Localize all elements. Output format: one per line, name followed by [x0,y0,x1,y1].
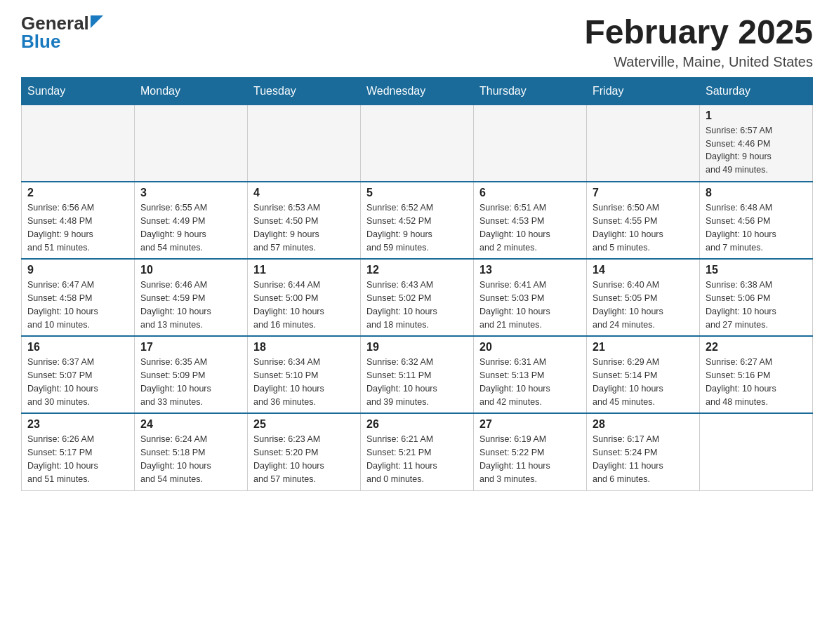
day-number: 18 [253,341,355,354]
calendar-cell: 28Sunrise: 6:17 AMSunset: 5:24 PMDayligh… [587,413,700,490]
calendar-week-row: 9Sunrise: 6:47 AMSunset: 4:58 PMDaylight… [22,259,813,336]
calendar-cell: 27Sunrise: 6:19 AMSunset: 5:22 PMDayligh… [474,413,587,490]
calendar-cell: 19Sunrise: 6:32 AMSunset: 5:11 PMDayligh… [361,336,474,413]
logo-blue-text: Blue [21,32,60,51]
calendar-cell: 6Sunrise: 6:51 AMSunset: 4:53 PMDaylight… [474,182,587,259]
calendar-cell [135,105,248,182]
day-info: Sunrise: 6:40 AMSunset: 5:05 PMDaylight:… [593,279,694,331]
day-number: 12 [366,264,468,276]
day-number: 28 [593,418,694,431]
calendar-header-friday: Friday [587,77,700,105]
day-number: 11 [253,264,355,276]
day-number: 13 [479,264,581,276]
day-info: Sunrise: 6:27 AMSunset: 5:16 PMDaylight:… [706,356,807,408]
logo: General Blue [21,14,103,51]
calendar-cell: 22Sunrise: 6:27 AMSunset: 5:16 PMDayligh… [700,336,813,413]
calendar-cell: 23Sunrise: 6:26 AMSunset: 5:17 PMDayligh… [22,413,135,490]
day-info: Sunrise: 6:38 AMSunset: 5:06 PMDaylight:… [706,279,807,331]
day-number: 6 [479,187,581,199]
calendar-cell [22,105,135,182]
calendar-cell: 25Sunrise: 6:23 AMSunset: 5:20 PMDayligh… [248,413,361,490]
day-info: Sunrise: 6:50 AMSunset: 4:55 PMDaylight:… [593,201,694,254]
calendar-header-row: SundayMondayTuesdayWednesdayThursdayFrid… [22,77,813,105]
day-number: 15 [706,264,807,276]
day-number: 14 [593,264,694,276]
calendar-cell: 16Sunrise: 6:37 AMSunset: 5:07 PMDayligh… [22,336,135,413]
day-info: Sunrise: 6:26 AMSunset: 5:17 PMDaylight:… [27,433,128,485]
logo-triangle-icon [91,15,103,28]
day-info: Sunrise: 6:24 AMSunset: 5:18 PMDaylight:… [140,433,241,485]
day-number: 26 [366,418,468,431]
day-info: Sunrise: 6:35 AMSunset: 5:09 PMDaylight:… [140,356,241,408]
calendar-cell: 10Sunrise: 6:46 AMSunset: 4:59 PMDayligh… [135,259,248,336]
calendar-header-tuesday: Tuesday [248,77,361,105]
day-number: 23 [27,418,128,431]
location-text: Waterville, Maine, United States [584,54,813,70]
calendar-cell: 1Sunrise: 6:57 AMSunset: 4:46 PMDaylight… [700,105,813,182]
calendar-cell: 4Sunrise: 6:53 AMSunset: 4:50 PMDaylight… [248,182,361,259]
day-info: Sunrise: 6:46 AMSunset: 4:59 PMDaylight:… [140,279,241,331]
calendar-cell: 9Sunrise: 6:47 AMSunset: 4:58 PMDaylight… [22,259,135,336]
calendar-cell: 14Sunrise: 6:40 AMSunset: 5:05 PMDayligh… [587,259,700,336]
calendar-cell: 8Sunrise: 6:48 AMSunset: 4:56 PMDaylight… [700,182,813,259]
day-number: 19 [366,341,468,354]
calendar-cell [248,105,361,182]
page-header: General Blue February 2025 Waterville, M… [21,14,813,70]
calendar-cell [474,105,587,182]
day-number: 1 [706,109,807,122]
calendar-cell: 3Sunrise: 6:55 AMSunset: 4:49 PMDaylight… [135,182,248,259]
calendar-table: SundayMondayTuesdayWednesdayThursdayFrid… [21,77,813,491]
day-number: 7 [593,187,694,199]
calendar-header-sunday: Sunday [22,77,135,105]
day-number: 17 [140,341,241,354]
day-info: Sunrise: 6:21 AMSunset: 5:21 PMDaylight:… [366,433,468,485]
calendar-cell: 11Sunrise: 6:44 AMSunset: 5:00 PMDayligh… [248,259,361,336]
day-info: Sunrise: 6:34 AMSunset: 5:10 PMDaylight:… [253,356,355,408]
day-info: Sunrise: 6:57 AMSunset: 4:46 PMDaylight:… [706,124,807,177]
day-info: Sunrise: 6:32 AMSunset: 5:11 PMDaylight:… [366,356,468,408]
calendar-cell: 17Sunrise: 6:35 AMSunset: 5:09 PMDayligh… [135,336,248,413]
calendar-cell [587,105,700,182]
day-number: 9 [27,264,128,276]
day-number: 2 [27,187,128,199]
day-number: 5 [366,187,468,199]
calendar-cell: 2Sunrise: 6:56 AMSunset: 4:48 PMDaylight… [22,182,135,259]
day-info: Sunrise: 6:56 AMSunset: 4:48 PMDaylight:… [27,201,128,254]
day-number: 27 [479,418,581,431]
day-number: 8 [706,187,807,199]
day-info: Sunrise: 6:37 AMSunset: 5:07 PMDaylight:… [27,356,128,408]
svg-marker-0 [91,15,103,28]
day-number: 10 [140,264,241,276]
day-info: Sunrise: 6:29 AMSunset: 5:14 PMDaylight:… [593,356,694,408]
calendar-cell: 21Sunrise: 6:29 AMSunset: 5:14 PMDayligh… [587,336,700,413]
day-info: Sunrise: 6:23 AMSunset: 5:20 PMDaylight:… [253,433,355,485]
day-number: 4 [253,187,355,199]
day-info: Sunrise: 6:52 AMSunset: 4:52 PMDaylight:… [366,201,468,254]
calendar-cell: 26Sunrise: 6:21 AMSunset: 5:21 PMDayligh… [361,413,474,490]
calendar-week-row: 23Sunrise: 6:26 AMSunset: 5:17 PMDayligh… [22,413,813,490]
day-info: Sunrise: 6:44 AMSunset: 5:00 PMDaylight:… [253,279,355,331]
calendar-header-wednesday: Wednesday [361,77,474,105]
calendar-cell: 18Sunrise: 6:34 AMSunset: 5:10 PMDayligh… [248,336,361,413]
calendar-week-row: 2Sunrise: 6:56 AMSunset: 4:48 PMDaylight… [22,182,813,259]
day-number: 22 [706,341,807,354]
calendar-cell: 15Sunrise: 6:38 AMSunset: 5:06 PMDayligh… [700,259,813,336]
calendar-header-saturday: Saturday [700,77,813,105]
day-info: Sunrise: 6:51 AMSunset: 4:53 PMDaylight:… [479,201,581,254]
calendar-cell: 7Sunrise: 6:50 AMSunset: 4:55 PMDaylight… [587,182,700,259]
calendar-header-monday: Monday [135,77,248,105]
day-info: Sunrise: 6:41 AMSunset: 5:03 PMDaylight:… [479,279,581,331]
day-number: 24 [140,418,241,431]
day-info: Sunrise: 6:43 AMSunset: 5:02 PMDaylight:… [366,279,468,331]
calendar-cell: 20Sunrise: 6:31 AMSunset: 5:13 PMDayligh… [474,336,587,413]
day-number: 25 [253,418,355,431]
calendar-cell: 5Sunrise: 6:52 AMSunset: 4:52 PMDaylight… [361,182,474,259]
day-info: Sunrise: 6:55 AMSunset: 4:49 PMDaylight:… [140,201,241,254]
day-info: Sunrise: 6:47 AMSunset: 4:58 PMDaylight:… [27,279,128,331]
day-info: Sunrise: 6:17 AMSunset: 5:24 PMDaylight:… [593,433,694,485]
calendar-week-row: 1Sunrise: 6:57 AMSunset: 4:46 PMDaylight… [22,105,813,182]
day-number: 20 [479,341,581,354]
logo-general-text: General [21,14,89,32]
day-number: 3 [140,187,241,199]
day-info: Sunrise: 6:48 AMSunset: 4:56 PMDaylight:… [706,201,807,254]
